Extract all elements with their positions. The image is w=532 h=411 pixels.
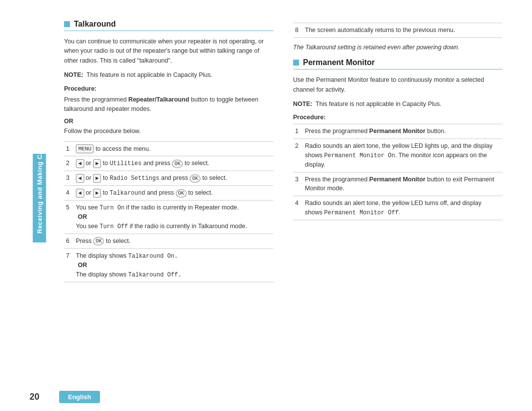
left-arrow-btn: ◄ [76,159,84,168]
ok-circle-btn: OK [176,189,187,198]
pm-off-code: Permanent Monitor Off [324,209,399,216]
permanent-monitor-body: Use the Permanent Monitor feature to con… [293,75,502,95]
step8-table: 8 The screen automatically returns to th… [293,23,502,38]
or-sub: OR [76,261,89,270]
menu-icon-btn: MENU [76,144,94,153]
sidebar-label: Receiving and Making Calls [33,154,46,242]
table-row: 3 Press the programmed Permanent Monitor… [293,172,502,196]
ok-circle-btn: OK [172,160,183,168]
talkaround-off-code: Talkaround Off. [128,272,181,278]
utilities-code: Utilities [110,160,142,167]
table-row: 6 Press OK to select. [64,234,273,249]
step-num: 3 [64,171,74,186]
step-num: 3 [293,172,303,196]
table-row: 1 MENU to access the menu. [64,141,273,156]
right-arrow-btn: ► [93,159,101,168]
left-arrow-btn: ◄ [76,189,84,198]
table-row: 8 The screen automatically returns to th… [293,23,502,38]
section-icon [64,21,70,27]
talkaround-title: Talkaround [74,20,116,29]
step-num: 6 [64,234,74,249]
left-arrow-btn: ◄ [76,174,84,183]
permanent-monitor-note: NOTE: This feature is not applicable in … [293,100,502,109]
talkaround-section-title: Talkaround [64,20,273,31]
right-arrow-btn: ► [93,189,101,198]
table-row: 4 Radio sounds an alert tone, the yellow… [293,196,502,220]
table-row: 1 Press the programmed Permanent Monitor… [293,124,502,139]
radio-settings-code: Radio Settings [110,175,160,182]
pm-on-code: Permanent Monitor On [324,152,395,159]
step-content: Press OK to select. [74,234,273,249]
step-num: 2 [64,156,74,171]
page-footer: 20 English [0,386,532,411]
step-num: 1 [64,141,74,156]
step-content: The screen automatically returns to the … [303,23,502,38]
step-num: 4 [293,196,303,220]
italic-note: The Talkaround setting is retained even … [293,43,502,52]
talkaround-code: Talkaround [110,190,145,197]
step-content: Press the programmed Permanent Monitor b… [303,124,502,139]
ok-circle-btn: OK [93,237,104,245]
pm-steps-table: 1 Press the programmed Permanent Monitor… [293,124,502,220]
step-content: You see Turn On if the radio is currentl… [74,201,273,234]
section-icon [293,60,299,66]
page: Receiving and Making Calls Talkaround Yo… [0,0,532,411]
pm-bold: Permanent Monitor [369,128,426,135]
step-num: 4 [64,186,74,201]
ok-circle-btn: OK [190,174,200,183]
step-num: 5 [64,201,74,234]
table-row: 7 The display shows Talkaround On. OR Th… [64,248,273,282]
step-num: 2 [293,139,303,172]
talkaround-steps-table: 1 MENU to access the menu. 2 ◄ or ► to U… [64,141,273,282]
procedure-intro: Press the programmed Repeater/Talkaround… [64,95,273,114]
turn-off-code: Turn Off [100,223,128,230]
step-content: The display shows Talkaround On. OR The … [74,248,273,282]
talkaround-on-code: Talkaround On. [128,253,178,260]
step-content: Radio sounds an alert tone, the yellow L… [303,139,502,172]
right-arrow-btn: ► [93,174,101,183]
or-label-1: OR [64,118,273,125]
pm-bold: Permanent Monitor [369,176,426,183]
note-bold: NOTE: [64,71,83,78]
talkaround-note: NOTE: This feature is not applicable in … [64,70,273,80]
step-content: ◄ or ► to Radio Settings and press OK to… [74,171,273,186]
table-row: 3 ◄ or ► to Radio Settings and press OK … [64,171,273,186]
step-content: ◄ or ► to Utilities and press OK to sele… [74,156,273,171]
sidebar: Receiving and Making Calls [30,20,44,376]
step-num: 1 [293,124,303,139]
step-num: 8 [293,23,303,38]
repeater-talkaround-bold: Repeater/Talkaround [129,96,189,103]
pm-procedure-label: Procedure: [293,114,502,121]
step-num: 7 [64,248,74,282]
turn-on-code: Turn On [100,205,124,211]
permanent-monitor-section-title: Permanent Monitor [293,58,502,69]
table-row: 5 You see Turn On if the radio is curren… [64,201,273,234]
follow-procedure: Follow the procedure below. [64,127,273,136]
step-content: Press the programmed Permanent Monitor b… [303,172,502,196]
left-column: Talkaround You can continue to communica… [64,20,273,376]
step-content: ◄ or ► to Talkaround and press OK to sel… [74,186,273,201]
table-row: 2 Radio sounds an alert tone, the yellow… [293,139,502,172]
permanent-monitor-title: Permanent Monitor [303,58,375,67]
table-row: 2 ◄ or ► to Utilities and press OK to se… [64,156,273,171]
procedure-label: Procedure: [64,85,273,92]
note-bold: NOTE: [293,101,312,107]
step-content: Radio sounds an alert tone, the yellow L… [303,196,502,220]
right-column: 8 The screen automatically returns to th… [293,20,502,376]
step-content: MENU to access the menu. [74,141,273,156]
or-sub: OR [76,212,89,221]
table-row: 4 ◄ or ► to Talkaround and press OK to s… [64,186,273,201]
page-number: 20 [30,392,49,402]
talkaround-body: You can continue to communicate when you… [64,37,273,66]
language-badge: English [59,391,100,403]
